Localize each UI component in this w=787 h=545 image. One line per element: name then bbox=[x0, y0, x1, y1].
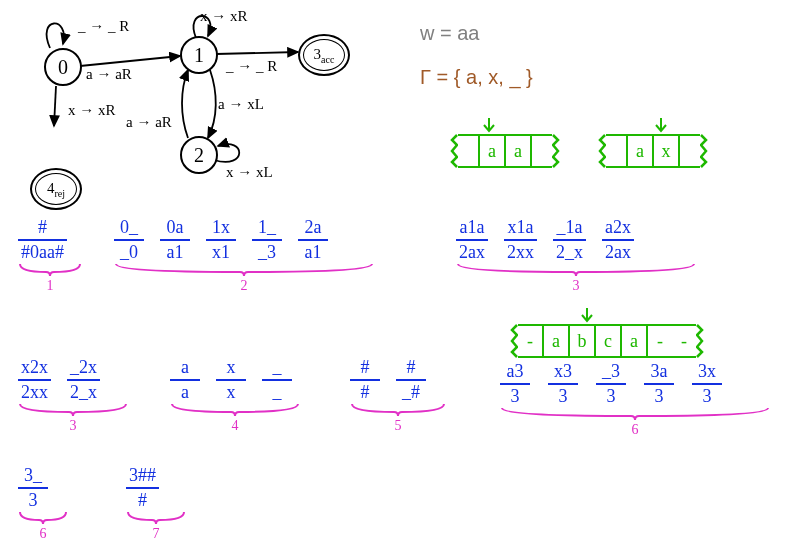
tile: __ bbox=[262, 358, 292, 402]
tile: #_# bbox=[396, 358, 426, 402]
tape-cell: c bbox=[594, 324, 620, 358]
tile-group-3a: a1a2ax x1a2xx _1a2_x a2x2ax 3 bbox=[456, 218, 696, 294]
tile: a2x2ax bbox=[602, 218, 634, 262]
tile: _1a2_x bbox=[553, 218, 586, 262]
tape-2: a x bbox=[596, 134, 710, 168]
state-0: 0 bbox=[44, 48, 82, 86]
trans-2-self: x → xL bbox=[226, 164, 273, 181]
tile: 3x3 bbox=[692, 362, 722, 406]
group-brace: 3 bbox=[18, 402, 128, 434]
tile: 3### bbox=[126, 466, 159, 510]
tile: 2aa1 bbox=[298, 218, 328, 262]
state-2-label: 2 bbox=[194, 144, 204, 167]
down-arrow-icon bbox=[482, 116, 496, 134]
tape-alphabet: Γ = { a, x, _ } bbox=[420, 66, 533, 89]
tile: xx bbox=[216, 358, 246, 402]
tape-cell: - bbox=[518, 324, 542, 358]
turing-machine-diagram: 0 1 2 3acc 4rej _ → _ R a → aR x → xR x … bbox=[8, 8, 358, 183]
group-label: 7 bbox=[153, 526, 160, 541]
tile: 3a3 bbox=[644, 362, 674, 406]
tape-1: a a bbox=[448, 134, 562, 168]
input-string: w = aa bbox=[420, 22, 479, 45]
tape-cell: x bbox=[652, 134, 678, 168]
tile: ##0aa# bbox=[18, 218, 67, 262]
state-2: 2 bbox=[180, 136, 218, 174]
tape-cell bbox=[678, 134, 700, 168]
state-0-label: 0 bbox=[58, 56, 68, 79]
tape-cell bbox=[458, 134, 478, 168]
state-3-label: 3 bbox=[314, 46, 322, 62]
trans-0-1: a → aR bbox=[86, 66, 132, 83]
group-label: 2 bbox=[241, 278, 248, 293]
group-brace: 7 bbox=[126, 510, 186, 542]
group-label: 4 bbox=[232, 418, 239, 433]
state-4-reject: 4rej bbox=[30, 168, 82, 210]
tile: a1a2ax bbox=[456, 218, 488, 262]
group-label: 6 bbox=[40, 526, 47, 541]
tile: x1a2xx bbox=[504, 218, 537, 262]
group-label: 3 bbox=[70, 418, 77, 433]
state-3-sub: acc bbox=[321, 54, 334, 65]
tape-cell: b bbox=[568, 324, 594, 358]
group-brace: 3 bbox=[456, 262, 696, 294]
trans-2-1: a → aR bbox=[126, 114, 172, 131]
trans-1-3: _ → _ R bbox=[226, 58, 277, 75]
state-1-label: 1 bbox=[194, 44, 204, 67]
state-4-sub: rej bbox=[54, 188, 65, 199]
group-label: 6 bbox=[632, 422, 639, 437]
tile: aa bbox=[170, 358, 200, 402]
tile: _33 bbox=[596, 362, 626, 406]
tile-group-7: 3### 7 bbox=[126, 466, 186, 542]
tile: 1__3 bbox=[252, 218, 282, 262]
tile: x2x2xx bbox=[18, 358, 51, 402]
tape-cell: - bbox=[672, 324, 696, 358]
group-brace: 6 bbox=[500, 406, 770, 438]
state-1: 1 bbox=[180, 36, 218, 74]
tile-group-6b: 3_3 6 bbox=[18, 466, 68, 542]
tile-group-4: aa xx __ 4 bbox=[170, 358, 300, 434]
trans-1-2: a → xL bbox=[218, 96, 264, 113]
tile: 0__0 bbox=[114, 218, 144, 262]
tile-group-6a: a33 x33 _33 3a3 3x3 6 bbox=[500, 362, 770, 438]
group-label: 1 bbox=[47, 278, 54, 293]
group-brace: 4 bbox=[170, 402, 300, 434]
group-brace: 6 bbox=[18, 510, 68, 542]
tape-cell: a bbox=[626, 134, 652, 168]
group-brace: 1 bbox=[18, 262, 82, 294]
tile-group-2: 0__0 0aa1 1xx1 1__3 2aa1 2 bbox=[114, 218, 374, 294]
tape-cell: a bbox=[542, 324, 568, 358]
state-3-accept: 3acc bbox=[298, 34, 350, 76]
tile: 1xx1 bbox=[206, 218, 236, 262]
trans-1-self: x → xR bbox=[200, 8, 248, 25]
group-brace: 5 bbox=[350, 402, 446, 434]
tile: x33 bbox=[548, 362, 578, 406]
tile: a33 bbox=[500, 362, 530, 406]
trans-0-4: x → xR bbox=[68, 102, 116, 119]
tape-cell bbox=[606, 134, 626, 168]
tile-group-1: ##0aa# 1 bbox=[18, 218, 82, 294]
tile: ## bbox=[350, 358, 380, 402]
tile: 3_3 bbox=[18, 466, 48, 510]
group-label: 3 bbox=[573, 278, 580, 293]
tile: _2x2_x bbox=[67, 358, 100, 402]
down-arrow-icon bbox=[580, 306, 594, 324]
tape-cell: - bbox=[646, 324, 672, 358]
tape-3: - a b c a - - bbox=[508, 324, 706, 358]
tile-group-3b: x2x2xx _2x2_x 3 bbox=[18, 358, 128, 434]
group-brace: 2 bbox=[114, 262, 374, 294]
trans-0-self: _ → _ R bbox=[78, 18, 129, 35]
tape-cell: a bbox=[504, 134, 530, 168]
down-arrow-icon bbox=[654, 116, 668, 134]
tape-cell: a bbox=[478, 134, 504, 168]
tile-group-5: ## #_# 5 bbox=[350, 358, 446, 434]
tape-cell: a bbox=[620, 324, 646, 358]
tile: 0aa1 bbox=[160, 218, 190, 262]
tape-cell bbox=[530, 134, 552, 168]
group-label: 5 bbox=[395, 418, 402, 433]
